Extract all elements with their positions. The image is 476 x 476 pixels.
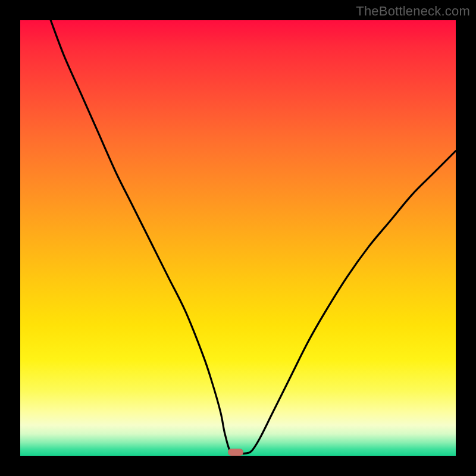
minimum-marker: [228, 449, 243, 456]
watermark-text: TheBottleneck.com: [356, 4, 470, 19]
plot-area: [20, 20, 456, 456]
bottleneck-curve: [20, 20, 456, 456]
chart-frame: TheBottleneck.com: [0, 0, 476, 476]
